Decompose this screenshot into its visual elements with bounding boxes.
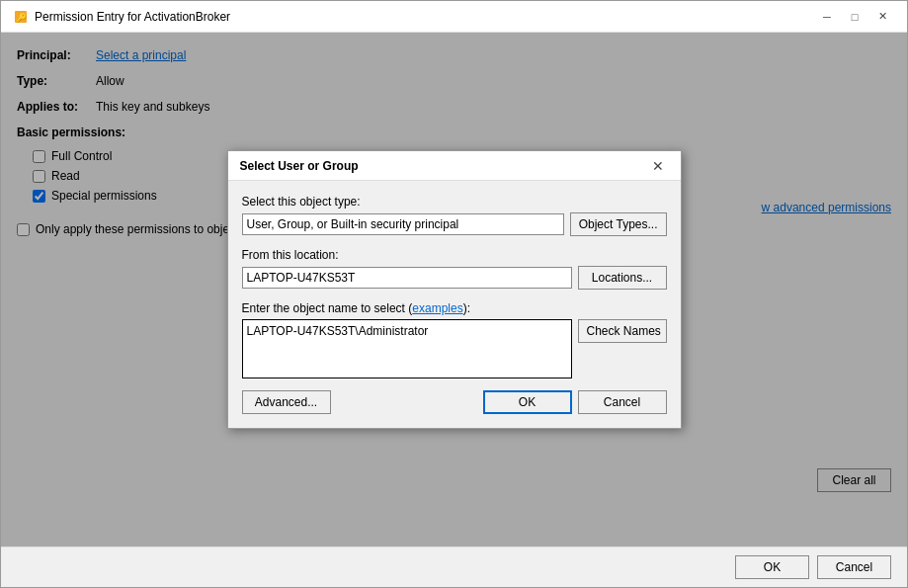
main-window-title: Permission Entry for ActivationBroker — [35, 10, 230, 24]
object-name-textarea[interactable]: LAPTOP-U47KS53T\Administrator — [242, 319, 572, 378]
advanced-button[interactable]: Advanced... — [242, 390, 331, 414]
dialog-ok-button[interactable]: OK — [483, 390, 572, 414]
dialog-footer-right: OK Cancel — [483, 390, 667, 414]
locations-button[interactable]: Locations... — [578, 266, 667, 290]
dialog-title-bar: Select User or Group ✕ — [228, 151, 681, 181]
minimize-button[interactable]: ─ — [814, 7, 840, 27]
dialog-body: Select this object type: Object Types...… — [228, 181, 681, 428]
examples-link[interactable]: examples — [412, 301, 462, 315]
title-controls: ─ □ ✕ — [814, 7, 895, 27]
object-type-label: Select this object type: — [242, 195, 667, 209]
title-bar-left: 🔑 Permission Entry for ActivationBroker — [13, 9, 230, 25]
main-window: 🔑 Permission Entry for ActivationBroker … — [0, 0, 908, 588]
maximize-button[interactable]: □ — [842, 7, 867, 27]
close-button[interactable]: ✕ — [869, 7, 895, 27]
cancel-button[interactable]: Cancel — [817, 555, 891, 579]
svg-text:🔑: 🔑 — [16, 12, 28, 24]
object-types-button[interactable]: Object Types... — [570, 212, 667, 236]
window-footer: OK Cancel — [1, 546, 907, 587]
object-name-area: LAPTOP-U47KS53T\Administrator Check Name… — [242, 319, 667, 378]
select-user-dialog: Select User or Group ✕ Select this objec… — [227, 150, 682, 429]
main-content: Principal: Select a principal Type: Allo… — [1, 33, 907, 546]
dialog-footer: Advanced... OK Cancel — [242, 390, 667, 414]
object-type-input[interactable] — [242, 213, 564, 235]
main-title-bar: 🔑 Permission Entry for ActivationBroker … — [1, 1, 907, 33]
dialog-overlay: Select User or Group ✕ Select this objec… — [1, 33, 907, 546]
dialog-title: Select User or Group — [240, 159, 359, 173]
window-icon: 🔑 — [13, 9, 29, 25]
location-row: Locations... — [242, 266, 667, 290]
ok-button[interactable]: OK — [735, 555, 809, 579]
location-input[interactable] — [242, 267, 572, 289]
dialog-cancel-button[interactable]: Cancel — [578, 390, 667, 414]
object-name-label: Enter the object name to select (example… — [242, 301, 667, 315]
check-names-button[interactable]: Check Names — [578, 319, 667, 343]
location-label: From this location: — [242, 248, 667, 262]
object-type-row: Object Types... — [242, 212, 667, 236]
dialog-close-button[interactable]: ✕ — [647, 156, 669, 176]
